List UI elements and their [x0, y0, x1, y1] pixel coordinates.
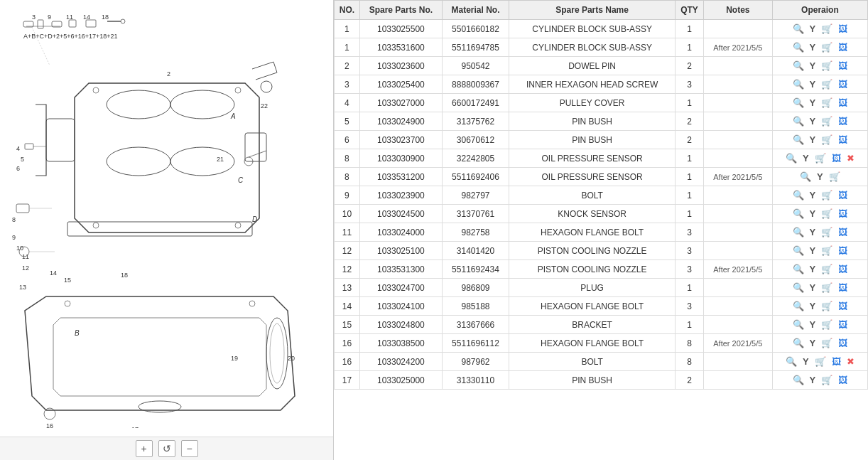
cart-icon[interactable]: 🛒 — [820, 300, 834, 312]
image-icon[interactable]: 🖼 — [837, 134, 849, 146]
cart-icon[interactable]: 🛒 — [820, 41, 834, 53]
table-row: 131033024700986809PLUG1🔍Y🛒🖼 — [335, 279, 868, 297]
svg-rect-44 — [25, 144, 33, 149]
image-icon[interactable]: 🖼 — [837, 319, 849, 331]
cart-icon[interactable]: 🛒 — [820, 226, 834, 238]
image-icon[interactable]: 🖼 — [837, 115, 849, 127]
y-icon[interactable]: Y — [808, 263, 818, 275]
search-icon[interactable]: 🔍 — [791, 282, 805, 294]
cart-icon[interactable]: 🛒 — [820, 60, 834, 72]
search-icon[interactable]: 🔍 — [791, 226, 805, 238]
search-icon[interactable]: 🔍 — [791, 134, 805, 146]
image-icon[interactable]: 🖼 — [837, 78, 849, 90]
add-button[interactable]: + — [136, 440, 153, 457]
y-icon[interactable]: Y — [808, 189, 818, 201]
cell-name: CYLINDER BLOCK SUB-ASSY — [509, 20, 676, 38]
cart-icon[interactable]: 🛒 — [820, 263, 834, 275]
image-icon[interactable]: 🖼 — [837, 282, 849, 294]
cart-icon[interactable]: 🛒 — [820, 23, 834, 35]
search-icon[interactable]: 🔍 — [784, 152, 798, 164]
search-icon[interactable]: 🔍 — [798, 171, 813, 183]
table-container[interactable]: NO. Spare Parts No. Material No. Spare P… — [334, 0, 868, 460]
search-icon[interactable]: 🔍 — [791, 115, 805, 127]
search-icon[interactable]: 🔍 — [791, 97, 805, 109]
svg-rect-9 — [86, 20, 96, 27]
cart-icon[interactable]: 🛒 — [820, 245, 834, 257]
cart-icon[interactable]: 🛒 — [820, 115, 834, 127]
y-icon[interactable]: Y — [808, 115, 818, 127]
search-icon[interactable]: 🔍 — [791, 189, 805, 201]
y-icon[interactable]: Y — [808, 60, 818, 72]
search-icon[interactable]: 🔍 — [784, 355, 798, 368]
y-icon[interactable]: Y — [808, 245, 818, 257]
image-icon[interactable]: 🖼 — [837, 300, 849, 312]
cell-no: 10 — [335, 205, 360, 223]
y-icon[interactable]: Y — [801, 355, 810, 368]
cart-icon[interactable]: 🛒 — [820, 97, 834, 109]
cart-icon[interactable]: 🛒 — [820, 337, 834, 349]
image-icon[interactable]: 🖼 — [837, 60, 849, 72]
cart-icon[interactable]: 🛒 — [820, 282, 834, 294]
search-icon[interactable]: 🔍 — [791, 78, 805, 90]
image-icon[interactable]: 🖼 — [837, 245, 849, 257]
cell-spare-parts-no: 1033531200 — [359, 168, 442, 186]
cell-material-no: 5511692434 — [442, 260, 509, 279]
cell-name: OIL PRESSURE SENSOR — [509, 149, 676, 168]
y-icon[interactable]: Y — [808, 97, 818, 109]
search-icon[interactable]: 🔍 — [791, 263, 805, 275]
search-icon[interactable]: 🔍 — [791, 41, 805, 53]
search-icon[interactable]: 🔍 — [791, 60, 805, 72]
image-icon[interactable]: 🖼 — [837, 208, 849, 220]
cart-icon[interactable]: 🛒 — [813, 355, 828, 368]
y-icon[interactable]: Y — [808, 337, 818, 349]
y-icon[interactable]: Y — [808, 282, 818, 294]
cell-no: 16 — [335, 353, 360, 371]
search-icon[interactable]: 🔍 — [791, 208, 805, 220]
search-icon[interactable]: 🔍 — [791, 23, 805, 35]
image-icon[interactable]: 🖼 — [830, 152, 842, 164]
cart-icon[interactable]: 🛒 — [820, 319, 834, 331]
image-icon[interactable]: 🖼 — [837, 337, 849, 349]
cart-icon[interactable]: 🛒 — [813, 152, 828, 164]
image-icon[interactable]: 🖼 — [837, 189, 849, 201]
y-icon[interactable]: Y — [808, 134, 818, 146]
image-icon[interactable]: 🖼 — [837, 41, 849, 53]
cart-icon[interactable]: 🛒 — [820, 189, 834, 201]
cart-icon[interactable]: 🛒 — [820, 78, 834, 90]
refresh-button[interactable]: ↺ — [158, 440, 175, 457]
y-icon[interactable]: Y — [808, 41, 818, 53]
search-icon[interactable]: 🔍 — [791, 374, 805, 386]
image-icon[interactable]: 🖼 — [837, 263, 849, 275]
image-icon[interactable]: 🖼 — [837, 226, 849, 238]
svg-point-30 — [107, 90, 170, 119]
cart-icon[interactable]: 🛒 — [820, 374, 834, 386]
cart-icon[interactable]: 🛒 — [820, 134, 834, 146]
delete-icon[interactable]: ✖ — [845, 152, 856, 164]
cell-notes — [703, 131, 772, 149]
y-icon[interactable]: Y — [801, 152, 810, 164]
search-icon[interactable]: 🔍 — [791, 337, 805, 349]
cell-qty: 3 — [676, 75, 704, 94]
image-icon[interactable]: 🖼 — [830, 355, 842, 368]
cart-icon[interactable]: 🛒 — [828, 171, 842, 183]
svg-text:15: 15 — [64, 277, 71, 284]
cart-icon[interactable]: 🛒 — [820, 208, 834, 220]
search-icon[interactable]: 🔍 — [791, 300, 805, 312]
parts-table: NO. Spare Parts No. Material No. Spare P… — [334, 0, 868, 390]
image-icon[interactable]: 🖼 — [837, 374, 849, 386]
cell-operations: 🔍Y🛒 — [772, 168, 867, 186]
y-icon[interactable]: Y — [808, 319, 818, 331]
y-icon[interactable]: Y — [808, 78, 818, 90]
y-icon[interactable]: Y — [808, 374, 818, 386]
y-icon[interactable]: Y — [808, 226, 818, 238]
search-icon[interactable]: 🔍 — [791, 245, 805, 257]
y-icon[interactable]: Y — [808, 300, 818, 312]
remove-button[interactable]: − — [181, 440, 198, 457]
delete-icon[interactable]: ✖ — [845, 355, 856, 368]
search-icon[interactable]: 🔍 — [791, 319, 805, 331]
y-icon[interactable]: Y — [815, 171, 825, 183]
image-icon[interactable]: 🖼 — [837, 23, 849, 35]
y-icon[interactable]: Y — [808, 208, 818, 220]
y-icon[interactable]: Y — [808, 23, 818, 35]
image-icon[interactable]: 🖼 — [837, 97, 849, 109]
